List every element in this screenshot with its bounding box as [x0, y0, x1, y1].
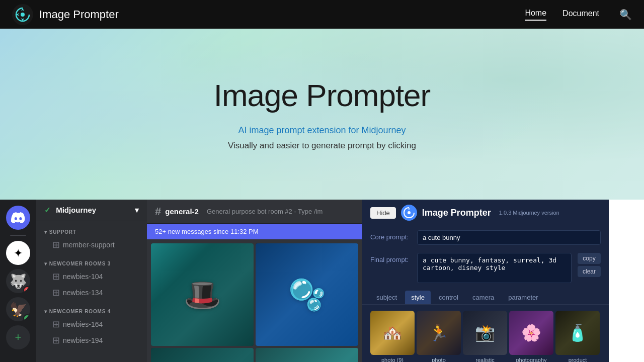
style-img-photo: 🏃 [417, 311, 461, 355]
server-name: Midjourney [56, 206, 96, 214]
brand-icon [12, 4, 33, 25]
brand-name: Image Prompter [39, 8, 119, 21]
final-prompt-textarea[interactable] [417, 253, 572, 283]
app-screenshot: ✦ 🐺 1 🦅 ✓ + ⓘ ✓ Midjourney ▾ [0, 200, 644, 362]
server-sidebar: ✦ 🐺 1 🦅 ✓ + ⓘ [0, 200, 36, 362]
final-prompt-label: Final prompt: [370, 253, 413, 263]
style-label-product-photography: product photography [555, 357, 600, 362]
nav-home[interactable]: Home [525, 9, 546, 21]
style-label-realistic: realistic [475, 357, 494, 362]
chat-area: # general-2 General purpose bot room #2 … [147, 200, 362, 362]
chat-image-1: 🎩 [151, 243, 254, 346]
style-label-photo9: photo (9) [381, 357, 404, 362]
discord-panel: ✦ 🐺 1 🦅 ✓ + ⓘ ✓ Midjourney ▾ [0, 200, 362, 362]
new-messages-bar[interactable]: 52+ new messages since 11:32 PM [147, 224, 362, 239]
hash-icon: ⊞ [52, 335, 60, 346]
tab-subject[interactable]: subject [370, 291, 403, 304]
prompter-panel: Hide Image Prompter 1.0.3 Midjourney ver… [362, 200, 609, 362]
channel-newbies-164[interactable]: ⊞ newbies-164 [40, 317, 143, 332]
core-prompt-input[interactable] [417, 230, 601, 245]
tab-control[interactable]: control [433, 291, 464, 304]
category-arrow: ▾ [44, 309, 47, 314]
style-item-photo9[interactable]: 🏘️ photo (9) [370, 311, 415, 362]
hero-title: Image Prompter [214, 77, 431, 113]
midjourney-server-icon[interactable]: ✦ [6, 241, 30, 265]
nav-document[interactable]: Document [562, 9, 599, 20]
style-item-product-photography[interactable]: 🧴 product photography [555, 311, 600, 362]
final-prompt-actions: copy clear [578, 253, 601, 277]
brand: Image Prompter [12, 4, 525, 25]
server-header[interactable]: ✓ Midjourney ▾ [36, 200, 147, 221]
style-img-product: 🧴 [555, 311, 600, 355]
channel-newbies-134[interactable]: ⊞ newbies-134 [40, 285, 143, 300]
chat-image-3: 🕵️ [151, 348, 254, 362]
svg-point-1 [21, 13, 25, 17]
style-img-realistic: 📸 [463, 311, 507, 355]
channel-name: member-support [63, 241, 115, 249]
channel-newbies-194[interactable]: ⊞ newbies-194 [40, 333, 143, 348]
discord-home-icon[interactable] [6, 206, 30, 230]
core-prompt-label: Core prompt: [370, 230, 413, 241]
style-item-realistic[interactable]: 📸 realistic [463, 311, 507, 362]
prompter-logo-icon [401, 205, 417, 221]
style-img-photo9: 🏘️ [370, 311, 415, 355]
channel-header-name: general-2 [165, 207, 199, 216]
channel-hash-icon: # [155, 205, 161, 218]
category-arrow: ▾ [44, 261, 47, 266]
core-prompt-row: Core prompt: [362, 226, 609, 249]
style-label-photography: photography [516, 357, 546, 362]
style-img-photography: 🌸 [509, 311, 553, 355]
chat-header: # general-2 General purpose bot room #2 … [147, 200, 362, 224]
chat-image-2: 🫧 [256, 243, 358, 346]
final-prompt-box [417, 253, 572, 285]
style-grid: 🏘️ photo (9) 🏃 photo 📸 realistic 🌸 [362, 305, 609, 362]
category-newcomer4: ▾ NEWCOMER ROOMS 4 [36, 301, 147, 316]
add-server-button[interactable]: + [6, 325, 30, 349]
category-arrow: ▾ [44, 229, 47, 235]
prompter-header-left: Hide Image Prompter 1.0.3 Midjourney ver… [370, 205, 559, 221]
channel-name: newbies-134 [63, 289, 103, 297]
hero-section: Image Prompter AI image prompt extension… [0, 29, 644, 200]
server-icon-wolf[interactable]: 🐺 1 [6, 269, 30, 293]
tab-style[interactable]: style [405, 291, 431, 304]
category-newcomer3: ▾ NEWCOMER ROOMS 3 [36, 253, 147, 268]
search-icon[interactable]: 🔍 [619, 9, 632, 21]
hero-subtitle[interactable]: AI image prompt extension for Midjourney [238, 125, 406, 136]
channel-name: newbies-164 [63, 320, 103, 328]
prompter-header: Hide Image Prompter 1.0.3 Midjourney ver… [362, 200, 609, 226]
hash-icon: ⊞ [52, 287, 60, 298]
prompter-title: Image Prompter [422, 208, 491, 218]
clear-button[interactable]: clear [578, 266, 601, 277]
chat-images: 🎩 🫧 🕵️ [147, 239, 362, 362]
hash-icon: ⊞ [52, 239, 60, 250]
style-item-photo[interactable]: 🏃 photo [417, 311, 461, 362]
prompter-tabs: subject style control camera parameter [362, 289, 609, 305]
style-label-photo: photo [432, 357, 446, 362]
check-icon: ✓ [44, 206, 51, 214]
hash-icon: ⊞ [52, 271, 60, 282]
channel-name: newbies-194 [63, 336, 103, 344]
hash-icon: ⊞ [52, 319, 60, 330]
notification-badge-green: ✓ [23, 314, 30, 321]
prompter-version: 1.0.3 Midjourney version [499, 210, 559, 216]
chat-image-4: 🧐 [256, 348, 358, 362]
nav-links: Home Document 🔍 [525, 9, 632, 21]
copy-button[interactable]: copy [578, 253, 601, 264]
hide-button[interactable]: Hide [370, 207, 396, 219]
chevron-down-icon: ▾ [135, 206, 139, 215]
category-support: ▾ SUPPORT [36, 221, 147, 237]
notification-badge: 1 [23, 286, 30, 293]
channel-header-desc: General purpose bot room #2 - Type /im [207, 208, 323, 215]
final-prompt-row: Final prompt: copy clear [362, 249, 609, 289]
svg-text:✦: ✦ [14, 247, 23, 259]
channel-newbies-104[interactable]: ⊞ newbies-104 [40, 269, 143, 284]
channel-name: newbies-104 [63, 273, 103, 281]
hero-description: Visually and easier to generate prompt b… [228, 141, 416, 151]
tab-camera[interactable]: camera [466, 291, 500, 304]
server-divider [10, 235, 26, 236]
svg-point-5 [408, 211, 411, 214]
style-item-photography[interactable]: 🌸 photography [509, 311, 553, 362]
server-icon-bird[interactable]: 🦅 ✓ [6, 297, 30, 321]
channel-member-support[interactable]: ⊞ member-support [40, 237, 143, 252]
tab-parameter[interactable]: parameter [502, 291, 544, 304]
